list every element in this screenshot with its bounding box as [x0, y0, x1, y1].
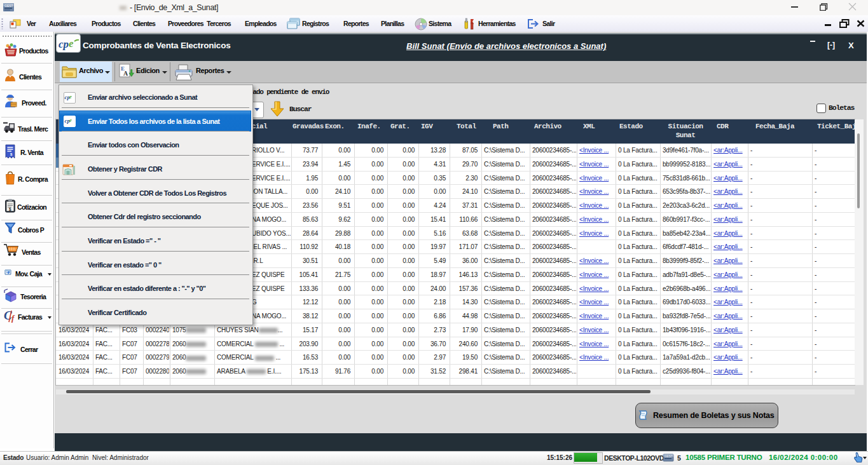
svg-text:GEST: GEST [4, 4, 13, 8]
svg-text:A: A [123, 70, 128, 77]
svg-text:GEST: GEST [665, 455, 673, 458]
svg-text:cp: cp [59, 38, 69, 50]
svg-text:f: f [11, 313, 15, 323]
svg-text:e: e [69, 117, 72, 123]
svg-text:e: e [69, 93, 72, 100]
svg-text:e: e [69, 37, 74, 50]
